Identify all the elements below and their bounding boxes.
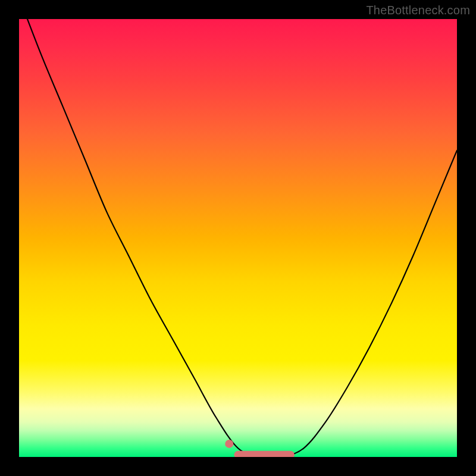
curve-layer [19,19,457,457]
bottleneck-curve [19,19,457,457]
watermark-text: TheBottleneck.com [366,4,470,17]
chart-frame: TheBottleneck.com [0,0,476,476]
dot-marker [225,440,233,448]
plot-area [19,19,457,457]
